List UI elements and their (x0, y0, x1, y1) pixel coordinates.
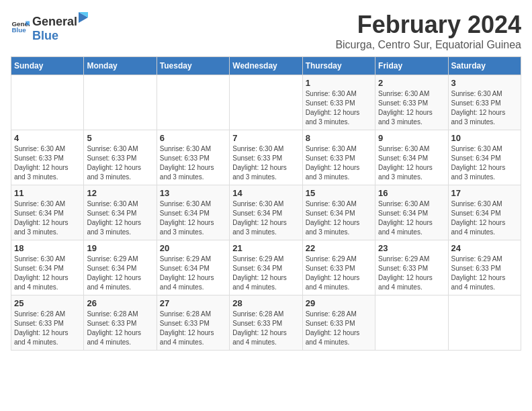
day-number: 25 (14, 298, 81, 308)
day-number: 28 (232, 298, 299, 308)
calendar-cell (11, 75, 84, 130)
calendar-cell: 7Sunrise: 6:30 AM Sunset: 6:33 PM Daylig… (230, 130, 302, 185)
day-number: 16 (378, 188, 445, 198)
day-info: Sunrise: 6:29 AM Sunset: 6:34 PM Dayligh… (160, 255, 226, 292)
day-info: Sunrise: 6:30 AM Sunset: 6:34 PM Dayligh… (306, 199, 372, 237)
calendar-cell (230, 75, 302, 130)
calendar-cell: 4Sunrise: 6:30 AM Sunset: 6:33 PM Daylig… (11, 130, 84, 185)
calendar-cell: 29Sunrise: 6:28 AM Sunset: 6:33 PM Dayli… (302, 295, 375, 351)
calendar-day-header: Saturday (448, 57, 521, 75)
day-info: Sunrise: 6:29 AM Sunset: 6:33 PM Dayligh… (378, 255, 445, 292)
day-info: Sunrise: 6:30 AM Sunset: 6:34 PM Dayligh… (14, 255, 81, 292)
day-info: Sunrise: 6:30 AM Sunset: 6:34 PM Dayligh… (378, 199, 445, 237)
svg-text:Blue: Blue (11, 26, 26, 34)
calendar-cell (448, 295, 521, 351)
calendar-cell: 9Sunrise: 6:30 AM Sunset: 6:34 PM Daylig… (375, 130, 448, 185)
day-info: Sunrise: 6:28 AM Sunset: 6:33 PM Dayligh… (160, 310, 226, 347)
day-info: Sunrise: 6:29 AM Sunset: 6:33 PM Dayligh… (451, 255, 518, 292)
calendar-week-row: 4Sunrise: 6:30 AM Sunset: 6:33 PM Daylig… (11, 130, 521, 185)
logo-flag-icon (77, 11, 89, 26)
day-number: 1 (306, 78, 372, 88)
day-info: Sunrise: 6:30 AM Sunset: 6:34 PM Dayligh… (160, 199, 226, 237)
calendar-cell: 24Sunrise: 6:29 AM Sunset: 6:33 PM Dayli… (448, 240, 521, 295)
calendar-cell: 2Sunrise: 6:30 AM Sunset: 6:33 PM Daylig… (375, 75, 448, 130)
calendar-cell: 5Sunrise: 6:30 AM Sunset: 6:33 PM Daylig… (84, 130, 157, 185)
day-number: 11 (14, 188, 81, 198)
day-info: Sunrise: 6:29 AM Sunset: 6:34 PM Dayligh… (232, 255, 299, 292)
day-number: 8 (306, 133, 372, 143)
day-info: Sunrise: 6:30 AM Sunset: 6:33 PM Dayligh… (378, 89, 445, 127)
day-info: Sunrise: 6:30 AM Sunset: 6:33 PM Dayligh… (232, 144, 299, 182)
calendar-cell (375, 295, 448, 351)
calendar-cell: 16Sunrise: 6:30 AM Sunset: 6:34 PM Dayli… (375, 185, 448, 240)
calendar-cell: 28Sunrise: 6:28 AM Sunset: 6:33 PM Dayli… (230, 295, 302, 351)
day-number: 14 (232, 188, 299, 198)
calendar-week-row: 11Sunrise: 6:30 AM Sunset: 6:34 PM Dayli… (11, 185, 521, 240)
calendar-cell: 15Sunrise: 6:30 AM Sunset: 6:34 PM Dayli… (302, 185, 375, 240)
calendar-cell (84, 75, 157, 130)
day-number: 6 (160, 133, 226, 143)
day-info: Sunrise: 6:30 AM Sunset: 6:33 PM Dayligh… (160, 144, 226, 182)
day-number: 20 (160, 243, 226, 253)
calendar-title: February 2024 (335, 11, 521, 39)
day-number: 21 (232, 243, 299, 253)
calendar-cell: 13Sunrise: 6:30 AM Sunset: 6:34 PM Dayli… (157, 185, 229, 240)
calendar-day-header: Friday (375, 57, 448, 75)
day-number: 7 (232, 133, 299, 143)
calendar-cell: 23Sunrise: 6:29 AM Sunset: 6:33 PM Dayli… (375, 240, 448, 295)
calendar-subtitle: Bicurga, Centro Sur, Equatorial Guinea (335, 39, 521, 51)
logo-blue-text: Blue (32, 29, 89, 43)
day-info: Sunrise: 6:30 AM Sunset: 6:34 PM Dayligh… (451, 199, 518, 237)
day-info: Sunrise: 6:30 AM Sunset: 6:33 PM Dayligh… (87, 144, 153, 182)
calendar-day-header: Thursday (302, 57, 375, 75)
calendar-cell: 19Sunrise: 6:29 AM Sunset: 6:34 PM Dayli… (84, 240, 157, 295)
calendar-week-row: 18Sunrise: 6:30 AM Sunset: 6:34 PM Dayli… (11, 240, 521, 295)
day-info: Sunrise: 6:30 AM Sunset: 6:34 PM Dayligh… (14, 199, 81, 237)
calendar-cell: 20Sunrise: 6:29 AM Sunset: 6:34 PM Dayli… (157, 240, 229, 295)
calendar-cell (157, 75, 229, 130)
calendar-cell: 14Sunrise: 6:30 AM Sunset: 6:34 PM Dayli… (230, 185, 302, 240)
day-number: 15 (306, 188, 372, 198)
day-number: 29 (306, 298, 372, 308)
day-number: 12 (87, 188, 153, 198)
day-info: Sunrise: 6:28 AM Sunset: 6:33 PM Dayligh… (306, 310, 372, 347)
day-number: 26 (87, 298, 153, 308)
day-info: Sunrise: 6:30 AM Sunset: 6:33 PM Dayligh… (306, 89, 372, 127)
day-number: 17 (451, 188, 518, 198)
day-info: Sunrise: 6:30 AM Sunset: 6:34 PM Dayligh… (87, 199, 153, 237)
day-info: Sunrise: 6:28 AM Sunset: 6:33 PM Dayligh… (232, 310, 299, 347)
day-number: 9 (378, 133, 445, 143)
day-number: 24 (451, 243, 518, 253)
day-info: Sunrise: 6:28 AM Sunset: 6:33 PM Dayligh… (14, 310, 81, 347)
calendar-cell: 11Sunrise: 6:30 AM Sunset: 6:34 PM Dayli… (11, 185, 84, 240)
day-info: Sunrise: 6:29 AM Sunset: 6:33 PM Dayligh… (306, 255, 372, 292)
day-info: Sunrise: 6:30 AM Sunset: 6:34 PM Dayligh… (232, 199, 299, 237)
calendar-cell: 25Sunrise: 6:28 AM Sunset: 6:33 PM Dayli… (11, 295, 84, 351)
calendar-cell: 10Sunrise: 6:30 AM Sunset: 6:34 PM Dayli… (448, 130, 521, 185)
calendar-cell: 3Sunrise: 6:30 AM Sunset: 6:33 PM Daylig… (448, 75, 521, 130)
day-number: 2 (378, 78, 445, 88)
calendar-cell: 27Sunrise: 6:28 AM Sunset: 6:33 PM Dayli… (157, 295, 229, 351)
day-number: 5 (87, 133, 153, 143)
day-number: 3 (451, 78, 518, 88)
calendar-cell: 6Sunrise: 6:30 AM Sunset: 6:33 PM Daylig… (157, 130, 229, 185)
logo-icon: General Blue (11, 17, 30, 36)
logo: General Blue General Blue (11, 11, 89, 43)
header: General Blue General Blue February 2024 … (11, 11, 521, 51)
day-number: 23 (378, 243, 445, 253)
calendar-day-header: Wednesday (230, 57, 302, 75)
calendar-week-row: 25Sunrise: 6:28 AM Sunset: 6:33 PM Dayli… (11, 295, 521, 351)
calendar-day-header: Sunday (11, 57, 84, 75)
day-number: 27 (160, 298, 226, 308)
calendar-cell: 12Sunrise: 6:30 AM Sunset: 6:34 PM Dayli… (84, 185, 157, 240)
calendar-cell: 8Sunrise: 6:30 AM Sunset: 6:33 PM Daylig… (302, 130, 375, 185)
day-number: 22 (306, 243, 372, 253)
day-info: Sunrise: 6:30 AM Sunset: 6:33 PM Dayligh… (14, 144, 81, 182)
calendar-day-header: Tuesday (157, 57, 229, 75)
calendar-cell: 22Sunrise: 6:29 AM Sunset: 6:33 PM Dayli… (302, 240, 375, 295)
day-info: Sunrise: 6:30 AM Sunset: 6:34 PM Dayligh… (451, 144, 518, 182)
day-number: 19 (87, 243, 153, 253)
day-info: Sunrise: 6:30 AM Sunset: 6:33 PM Dayligh… (451, 89, 518, 127)
day-info: Sunrise: 6:28 AM Sunset: 6:33 PM Dayligh… (87, 310, 153, 347)
day-number: 18 (14, 243, 81, 253)
